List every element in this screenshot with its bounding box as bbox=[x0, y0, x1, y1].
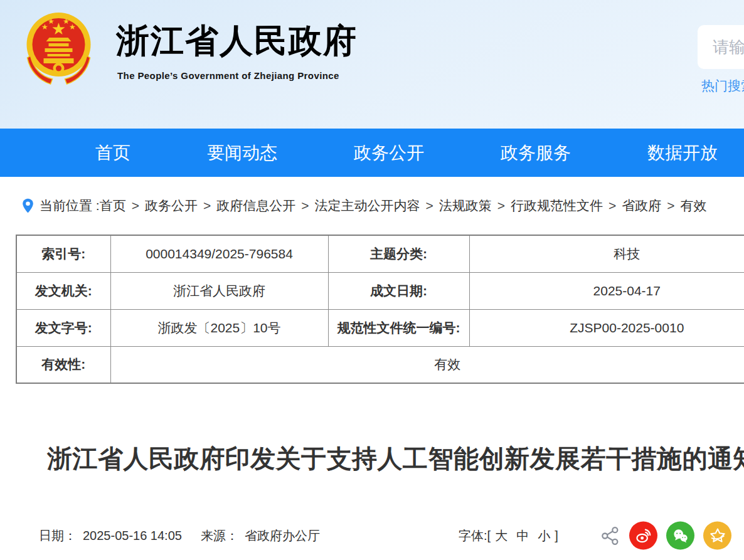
table-row: 发文机关: 浙江省人民政府 成文日期: 2025-04-17 bbox=[16, 272, 744, 309]
search-input[interactable] bbox=[698, 25, 744, 69]
topic-category-label: 主题分类: bbox=[328, 235, 469, 272]
nav-item-gov-services[interactable]: 政务服务 bbox=[501, 141, 571, 165]
font-size-bracket-close: ] bbox=[555, 529, 558, 542]
doc-meta-table-wrapper: 索引号: 000014349/2025-796584 主题分类: 科技 发文机关… bbox=[0, 235, 744, 384]
validity-label: 有效性: bbox=[16, 346, 110, 383]
breadcrumb-separator: > bbox=[497, 198, 505, 213]
qzone-share-icon[interactable] bbox=[703, 522, 731, 550]
font-size-small-button[interactable]: 小 bbox=[538, 529, 550, 542]
topic-category-value: 科技 bbox=[469, 235, 744, 272]
date-label: 日期： bbox=[39, 529, 77, 542]
font-size-control: 字体:[大中小] bbox=[459, 527, 558, 544]
doc-meta-table: 索引号: 000014349/2025-796584 主题分类: 科技 发文机关… bbox=[16, 235, 744, 384]
breadcrumb-separator: > bbox=[203, 198, 211, 213]
breadcrumb-item-gov-disclosure[interactable]: 政务公开 bbox=[145, 197, 198, 214]
font-size-medium-button[interactable]: 中 bbox=[516, 529, 529, 542]
table-row: 有效性: 有效 bbox=[16, 346, 744, 383]
national-emblem-icon[interactable]: ★ ★ ★ ★ ★ bbox=[25, 8, 92, 86]
article-meta-left: 日期：2025-05-16 14:05来源：省政府办公厅 bbox=[39, 527, 320, 544]
doc-number-label: 发文字号: bbox=[16, 309, 110, 346]
doc-number-value: 浙政发〔2025〕10号 bbox=[110, 309, 328, 346]
breadcrumb-separator: > bbox=[667, 198, 674, 213]
page-title: 浙江省人民政府印发关于支持人工智能创新发展若干措施的通知 bbox=[47, 443, 744, 474]
share-icon[interactable] bbox=[600, 526, 620, 546]
breadcrumb-item-gov-info[interactable]: 政府信息公开 bbox=[216, 197, 295, 214]
share-bar bbox=[600, 522, 731, 550]
site-subtitle-en: The People’s Government of Zhejiang Prov… bbox=[117, 70, 339, 81]
breadcrumb-prefix: 当前位置 : bbox=[40, 197, 100, 214]
breadcrumb-separator: > bbox=[301, 198, 309, 213]
breadcrumb-item-normative-docs[interactable]: 行政规范性文件 bbox=[511, 197, 603, 214]
breadcrumb-item-valid: 有效 bbox=[681, 197, 707, 214]
table-row: 索引号: 000014349/2025-796584 主题分类: 科技 bbox=[16, 235, 744, 272]
table-row: 发文字号: 浙政发〔2025〕10号 规范性文件统一编号: ZJSP00-202… bbox=[16, 309, 744, 346]
publish-date: 2025-05-16 14:05 bbox=[83, 529, 182, 542]
breadcrumb: 当前位置 :首页 > 政务公开 > 政府信息公开 > 法定主动公开内容 > 法规… bbox=[0, 177, 744, 235]
issue-date-label: 成文日期: bbox=[328, 272, 469, 309]
breadcrumb-item-statutory-content[interactable]: 法定主动公开内容 bbox=[314, 197, 420, 214]
main-nav: 首页 要闻动态 政务公开 政务服务 数据开放 bbox=[0, 129, 744, 177]
nav-item-news[interactable]: 要闻动态 bbox=[207, 141, 277, 165]
unified-number-label: 规范性文件统一编号: bbox=[328, 309, 469, 346]
location-pin-icon bbox=[22, 198, 34, 214]
breadcrumb-item-provincial-gov[interactable]: 省政府 bbox=[622, 197, 661, 214]
nav-item-gov-disclosure[interactable]: 政务公开 bbox=[354, 141, 424, 165]
font-size-label: 字体: bbox=[459, 529, 487, 542]
validity-value: 有效 bbox=[110, 346, 744, 383]
article-meta-bar: 日期：2025-05-16 14:05来源：省政府办公厅 字体:[大中小] bbox=[0, 519, 744, 552]
hot-search-link[interactable]: 热门搜索 bbox=[701, 77, 744, 95]
font-size-large-button[interactable]: 大 bbox=[495, 529, 508, 542]
svg-text:★: ★ bbox=[69, 23, 76, 31]
page: ★ ★ ★ ★ ★ 浙江省人民政府 The People’s Governmen… bbox=[0, 0, 744, 560]
font-size-bracket-open: [ bbox=[487, 529, 491, 542]
index-number-value: 000014349/2025-796584 bbox=[110, 235, 328, 272]
breadcrumb-item-home[interactable]: 首页 bbox=[100, 197, 126, 214]
site-title: 浙江省人民政府 bbox=[116, 19, 358, 64]
weibo-share-icon[interactable] bbox=[629, 522, 657, 550]
issuing-agency-value: 浙江省人民政府 bbox=[110, 272, 328, 309]
breadcrumb-separator: > bbox=[608, 198, 616, 213]
source-value: 省政府办公厅 bbox=[245, 529, 320, 542]
breadcrumb-item-regulations[interactable]: 法规政策 bbox=[439, 197, 492, 214]
issue-date-value: 2025-04-17 bbox=[469, 272, 744, 309]
source-label: 来源： bbox=[201, 529, 238, 542]
wechat-share-icon[interactable] bbox=[666, 522, 694, 550]
svg-text:★: ★ bbox=[48, 17, 55, 26]
unified-number-value: ZJSP00-2025-0010 bbox=[469, 309, 744, 346]
breadcrumb-separator: > bbox=[425, 198, 433, 213]
site-header: ★ ★ ★ ★ ★ 浙江省人民政府 The People’s Governmen… bbox=[0, 0, 744, 129]
nav-item-open-data[interactable]: 数据开放 bbox=[647, 141, 718, 165]
issuing-agency-label: 发文机关: bbox=[16, 272, 110, 309]
nav-item-home[interactable]: 首页 bbox=[95, 141, 130, 165]
index-number-label: 索引号: bbox=[16, 235, 110, 272]
breadcrumb-separator: > bbox=[132, 198, 139, 213]
